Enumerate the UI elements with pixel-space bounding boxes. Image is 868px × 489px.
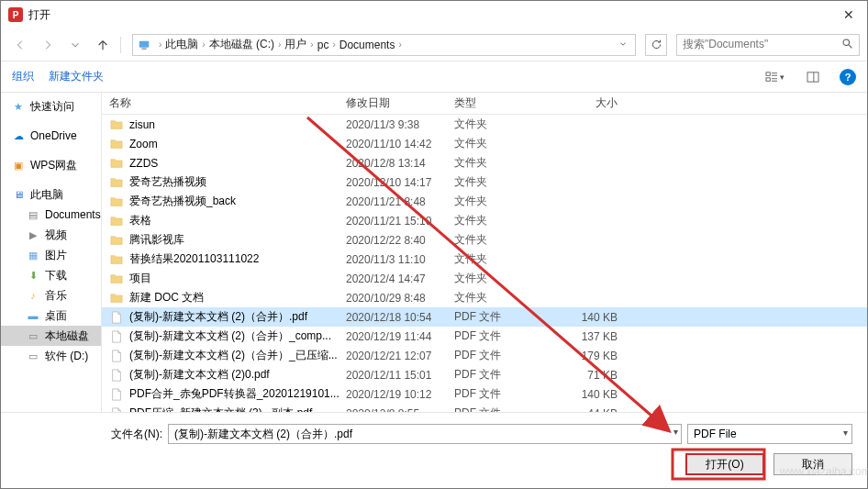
sidebar-item-documents[interactable]: ▤Documents (1, 205, 101, 225)
chevron-right-icon: › (398, 39, 401, 50)
breadcrumb-segment[interactable]: 用户 (284, 37, 306, 52)
row-date: 2020/11/21 8:48 (346, 195, 454, 208)
sidebar-item-label: 软件 (D:) (45, 349, 88, 364)
sidebar-item-localdisk[interactable]: ▭本地磁盘 (1, 326, 101, 346)
filename-input[interactable] (168, 424, 682, 444)
list-row[interactable]: (复制)-新建文本文档 (2)（合并）.pdf2020/12/18 10:54P… (102, 307, 867, 327)
row-name: 新建 DOC 文档 (129, 290, 346, 306)
sidebar-item-downloads[interactable]: ⬇下载 (1, 265, 101, 285)
svg-rect-0 (139, 40, 150, 47)
list-row[interactable]: 腾讯影视库2020/12/22 8:40文件夹 (102, 230, 867, 250)
sidebar-item-music[interactable]: ♪音乐 (1, 285, 101, 306)
row-type: 文件夹 (454, 155, 553, 171)
open-button[interactable]: 打开(O) (685, 453, 764, 475)
breadcrumb-segment[interactable]: 此电脑 (165, 37, 198, 52)
refresh-button[interactable] (645, 34, 667, 56)
list-body[interactable]: zisun2020/11/3 9:38文件夹Zoom2020/11/10 14:… (102, 115, 867, 412)
sidebar-item-quickaccess[interactable]: ★快速访问 (1, 96, 101, 117)
list-row[interactable]: PDF合并_赤兔PDF转换器_20201219101...2020/12/19 … (102, 384, 867, 404)
breadcrumb[interactable]: › 此电脑 › 本地磁盘 (C:) › 用户 › pc › Documents … (132, 34, 636, 56)
row-size: 140 KB (553, 388, 636, 401)
row-name: 腾讯影视库 (129, 232, 346, 248)
list-row[interactable]: 项目2020/12/4 14:47文件夹 (102, 269, 867, 288)
filetype-select[interactable]: PDF File ▾ (687, 424, 852, 444)
pc-icon (137, 38, 151, 52)
row-date: 2020/11/10 14:42 (346, 138, 454, 150)
list-row[interactable]: (复制)-新建文本文档 (2)（合并）_已压缩...2020/12/21 12:… (102, 346, 867, 365)
list-row[interactable]: Zoom2020/11/10 14:42文件夹 (102, 134, 867, 153)
list-row[interactable]: PDF压缩_新建文本文档 (3) - 副本.pdf2020/12/8 8:55P… (102, 404, 867, 412)
column-size[interactable]: 大小 (553, 95, 636, 111)
cancel-button-label: 取消 (802, 457, 824, 472)
folder-icon (109, 137, 124, 151)
breadcrumb-dropdown[interactable] (615, 39, 631, 51)
open-button-label: 打开(O) (706, 457, 743, 472)
row-type: PDF 文件 (454, 348, 553, 363)
sidebar-item-thispc[interactable]: 🖥此电脑 (1, 184, 101, 205)
row-date: 2020/12/8 13:14 (346, 157, 454, 170)
chevron-down-icon[interactable]: ▾ (673, 427, 678, 437)
column-date[interactable]: 修改日期 (346, 95, 454, 111)
preview-pane-button[interactable] (801, 67, 825, 87)
star-icon: ★ (12, 100, 25, 113)
filename-row: 文件名(N): ▾ PDF File ▾ (111, 424, 852, 444)
list-row[interactable]: 替换结果202011031110222020/11/3 11:10文件夹 (102, 250, 867, 269)
row-type: PDF 文件 (454, 328, 553, 344)
body: ★快速访问 ☁OneDrive ▣WPS网盘 🖥此电脑 ▤Documents ▶… (1, 93, 867, 412)
sidebar-item-videos[interactable]: ▶视频 (1, 225, 101, 245)
sidebar-item-label: WPS网盘 (30, 158, 77, 173)
row-date: 2020/12/18 10:54 (346, 311, 454, 324)
folder-icon (109, 233, 124, 248)
row-type: 文件夹 (454, 290, 553, 306)
row-size: 71 KB (553, 369, 636, 382)
disk-icon: ▭ (27, 350, 39, 362)
folder-icon (109, 214, 124, 228)
close-button[interactable]: ✕ (830, 1, 867, 28)
sidebar-item-wps[interactable]: ▣WPS网盘 (1, 155, 101, 175)
breadcrumb-segment[interactable]: Documents (339, 39, 395, 51)
folder-icon (109, 175, 124, 190)
window-title: 打开 (28, 7, 830, 23)
svg-rect-3 (766, 72, 770, 74)
list-row[interactable]: 爱奇艺热播视频_back2020/11/21 8:48文件夹 (102, 192, 867, 211)
organize-menu[interactable]: 组织 (12, 69, 34, 84)
sidebar-item-label: OneDrive (30, 129, 77, 142)
documents-icon: ▤ (27, 208, 39, 221)
column-type[interactable]: 类型 (454, 95, 553, 111)
breadcrumb-segment[interactable]: pc (317, 39, 329, 51)
help-button[interactable]: ? (840, 69, 856, 85)
sidebar-item-onedrive[interactable]: ☁OneDrive (1, 126, 101, 146)
back-button[interactable] (8, 33, 32, 57)
recent-dropdown[interactable] (63, 33, 87, 57)
search-input[interactable]: 搜索"Documents" (676, 34, 860, 56)
cancel-button[interactable]: 取消 (773, 453, 852, 475)
sidebar-item-software-d[interactable]: ▭软件 (D:) (1, 346, 101, 366)
list-row[interactable]: ZZDS2020/12/8 13:14文件夹 (102, 153, 867, 172)
sidebar-item-desktop[interactable]: ▬桌面 (1, 306, 101, 326)
breadcrumb-segment[interactable]: 本地磁盘 (C:) (209, 37, 274, 52)
column-name[interactable]: 名称 (109, 95, 346, 111)
list-row[interactable]: (复制)-新建文本文档 (2)0.pdf2020/12/11 15:01PDF … (102, 365, 867, 384)
sidebar-item-pictures[interactable]: ▦图片 (1, 245, 101, 265)
list-row[interactable]: 爱奇艺热播视频2020/12/10 14:17文件夹 (102, 172, 867, 192)
row-date: 2020/11/21 15:10 (346, 215, 454, 228)
forward-button[interactable] (36, 33, 60, 57)
up-button[interactable] (91, 33, 115, 57)
newfolder-button[interactable]: 新建文件夹 (49, 69, 104, 84)
row-name: 表格 (129, 213, 346, 228)
row-name: (复制)-新建文本文档 (2)0.pdf (129, 367, 346, 383)
row-date: 2020/12/22 8:40 (346, 234, 454, 247)
search-placeholder: 搜索"Documents" (683, 37, 768, 52)
list-row[interactable]: 表格2020/11/21 15:10文件夹 (102, 211, 867, 230)
row-type: 文件夹 (454, 117, 553, 132)
sidebar-item-label: 本地磁盘 (45, 328, 89, 344)
file-icon (109, 387, 124, 402)
nav-separator (120, 37, 121, 53)
list-row[interactable]: 新建 DOC 文档2020/10/29 8:48文件夹 (102, 288, 867, 307)
view-mode-button[interactable] (762, 67, 786, 87)
list-row[interactable]: zisun2020/11/3 9:38文件夹 (102, 115, 867, 134)
row-name: 爱奇艺热播视频 (129, 174, 346, 190)
disk-icon: ▭ (27, 329, 39, 342)
list-row[interactable]: (复制)-新建文本文档 (2)（合并）_comp...2020/12/19 11… (102, 327, 867, 346)
row-size: 179 KB (553, 350, 636, 362)
